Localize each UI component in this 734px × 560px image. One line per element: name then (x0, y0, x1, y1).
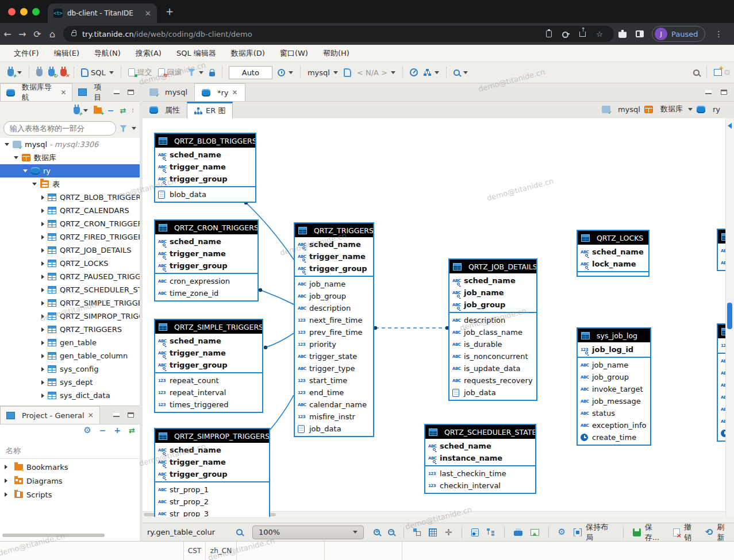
diagram-nodes-icon[interactable] (413, 528, 421, 536)
name-column-header[interactable]: 名称 (0, 443, 140, 459)
er-column-row[interactable]: ABCsched_name (155, 444, 269, 456)
er-column-row[interactable]: ABCinstance_name (425, 452, 535, 464)
er-column-row[interactable]: ABClock_name (578, 258, 648, 270)
er-table[interactable]: QRTZ_TRIGGERSABCsched_nameABCtrigger_nam… (294, 222, 374, 437)
er-column-row[interactable]: ABCcron_expression (155, 275, 258, 287)
er-column-row[interactable]: ABCtrigger_name (295, 250, 373, 262)
er-column-row[interactable]: ABCsched_name (449, 275, 536, 287)
new-connection-button[interactable]: + (74, 103, 88, 118)
tab-database-navigator[interactable]: 数据库导航 ✕ (0, 83, 72, 101)
er-column-row[interactable]: ABCsched_name (425, 440, 535, 452)
editor-tab-ry[interactable]: *ry ✕ (194, 83, 245, 101)
home-icon[interactable]: ⌂ (45, 29, 60, 40)
er-table-header[interactable]: QRTZ_JOB_DETAILS (449, 260, 536, 273)
tree-expand-arrow[interactable] (5, 478, 7, 483)
address-bar[interactable]: try.titanide.cn/ide/web/coding/db-client… (63, 26, 614, 42)
menu-item-2[interactable]: 导航(N) (87, 47, 128, 60)
tree-item[interactable]: QRTZ_CRON_TRIGGERS (0, 217, 140, 230)
er-table[interactable]: sys_job_log123job_log_idABCjob_nameABCjo… (577, 327, 651, 446)
menu-item-7[interactable]: 帮助(H) (316, 47, 356, 60)
er-column-row[interactable]: 123priority (295, 338, 373, 350)
tree-expand-arrow[interactable] (41, 195, 44, 200)
er-column-row[interactable]: ABCtrigger_group (155, 468, 269, 480)
er-column-row[interactable]: 123checkin_interval (425, 480, 535, 492)
save-icon[interactable] (633, 528, 641, 536)
close-window-button[interactable] (8, 8, 16, 16)
er-column-row[interactable]: 123start_time (295, 374, 373, 387)
chevron-down-icon[interactable] (688, 108, 693, 111)
tree-expand-arrow[interactable] (5, 465, 7, 469)
tree-expand-arrow[interactable] (41, 314, 44, 319)
print-icon[interactable] (514, 528, 522, 536)
minimize-view-icon[interactable] (113, 413, 120, 417)
er-column-row[interactable]: ABCjob_group (578, 371, 650, 383)
collapse-all-icon[interactable]: − (107, 106, 114, 115)
database-doc-icon[interactable] (341, 65, 354, 80)
er-table-header[interactable]: QRTZ_SIMPROP_TRIGGERS (155, 429, 269, 443)
tree-expand-arrow[interactable] (41, 248, 44, 253)
er-table-header[interactable] (718, 230, 725, 244)
password-key-icon[interactable] (562, 33, 569, 35)
vscroll-thumb[interactable] (727, 303, 732, 329)
undo-label[interactable]: 撤销 (684, 522, 699, 543)
er-column-row[interactable]: ABCtrigger_group (295, 262, 373, 275)
tree-item[interactable]: sys_config (0, 362, 140, 376)
er-table[interactable]: QRTZ_CRON_TRIGGERSABCsched_nameABCtrigge… (154, 219, 259, 302)
notes-icon[interactable] (471, 528, 479, 536)
tree-expand-arrow[interactable] (14, 156, 18, 159)
er-column-row[interactable]: ABCtrigger_group (155, 359, 262, 371)
collapse-all-icon[interactable]: − (99, 426, 106, 435)
er-column-row[interactable]: ABCdescription (295, 302, 373, 314)
canvas-vscrollbar[interactable] (725, 118, 734, 517)
table-filter-input[interactable] (3, 121, 116, 136)
disconnect-button[interactable]: ✕ (57, 65, 70, 80)
er-canvas[interactable]: QRTZ_BLOB_TRIGGERSABCsched_nameABCtrigge… (143, 118, 725, 517)
save-label[interactable]: 保存... (645, 522, 667, 543)
reload-icon[interactable]: ⟳ (30, 29, 45, 40)
project-item[interactable]: Scripts (0, 488, 140, 501)
keep-layout-icon[interactable] (574, 528, 582, 536)
browser-menu-icon[interactable]: ⋮ (714, 29, 723, 38)
er-table-header[interactable] (718, 325, 725, 338)
editor-tab-mysql[interactable]: mysql (143, 83, 194, 101)
minimize-window-button[interactable] (20, 8, 28, 16)
tree-item[interactable]: QRTZ_SIMPROP_TRIGGERS (0, 310, 140, 323)
er-column-row[interactable]: 123repeat_count (155, 374, 262, 387)
clipboard-icon[interactable] (546, 30, 552, 37)
tree-item[interactable]: 数据库 (0, 151, 140, 164)
er-column-row[interactable]: ABCcalendar_name (295, 399, 373, 411)
er-table[interactable]: QRTZ_BLOB_TRIGGERSABCsched_nameABCtrigge… (154, 133, 256, 203)
er-column-row[interactable]: ABCsched_name (155, 335, 262, 347)
er-table[interactable]: QRTZ_SIMPLE_TRIGGERSABCsched_nameABCtrig… (154, 319, 263, 413)
er-column-row[interactable]: ABCstr_prop_3 (155, 508, 269, 517)
tree-item[interactable]: QRTZ_LOCKS (0, 257, 140, 270)
minimize-view-icon[interactable] (114, 90, 120, 94)
chevron-down-icon[interactable] (289, 71, 293, 74)
er-column-row[interactable]: 123repeat_interval (155, 387, 262, 399)
tree-item[interactable]: QRTZ_CALENDARS (0, 204, 140, 217)
tree-item[interactable]: ry (0, 164, 140, 177)
er-column-row[interactable]: ABCjob_class_name (449, 326, 536, 338)
er-column-row[interactable]: ABCexception_info (578, 419, 650, 431)
er-column-row[interactable]: ABCstatus (578, 407, 650, 419)
expand-all-icon[interactable]: + (114, 426, 121, 435)
project-hscrollbar[interactable] (2, 534, 105, 537)
tree-item[interactable]: sys_dict_data (0, 389, 140, 402)
tree-expand-arrow[interactable] (41, 288, 44, 292)
er-column-row[interactable]: ABCdescription (449, 314, 536, 326)
project-item[interactable]: Diagrams (0, 474, 140, 488)
diagram-settings-icon[interactable]: ⚙ (558, 528, 566, 536)
er-table[interactable]: QRTZ_JOB_DETAILSABCsched_nameABCjob_name… (448, 258, 537, 401)
tree-expand-arrow[interactable] (41, 393, 44, 398)
er-column-row[interactable]: ABCsched_name (155, 149, 255, 161)
er-column-row[interactable]: ABCjob_group (449, 299, 536, 311)
rollback-button[interactable]: ⇆回滚 (155, 65, 185, 80)
er-column-row[interactable]: 123job_log_id (578, 343, 650, 356)
context-connection[interactable]: mysql (618, 105, 640, 114)
close-icon[interactable]: ✕ (60, 88, 66, 96)
zoom-in-icon[interactable]: + (374, 529, 380, 535)
menu-item-6[interactable]: 窗口(W) (273, 47, 315, 60)
collapse-arrow-icon[interactable] (728, 123, 732, 129)
tree-expand-arrow[interactable] (41, 222, 44, 226)
tab-project-general[interactable]: Project - General ✕ (0, 406, 100, 424)
